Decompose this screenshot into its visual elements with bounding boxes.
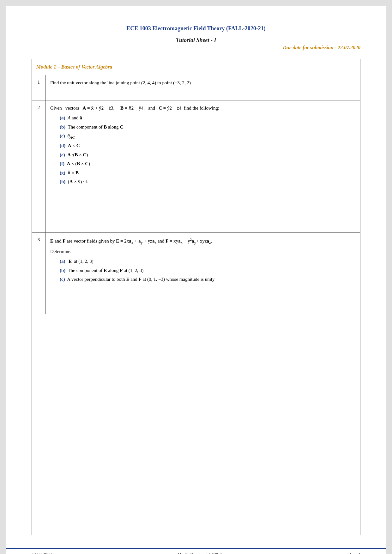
list-item: (a) A and â: [60, 114, 356, 122]
sub-label: (c): [60, 133, 65, 138]
question-number-1: 1: [32, 75, 46, 100]
question-number-3: 3: [32, 233, 46, 314]
table-row: 1 Find the unit vector along the line jo…: [32, 75, 360, 100]
page-footer: 17.07.2020 Dr. K. Shambavi, SENSE Page 1: [6, 548, 386, 554]
sub-label: (e): [60, 152, 65, 157]
list-item: (e) A ·(B × C): [60, 151, 356, 159]
sub-label: (c): [60, 277, 65, 282]
sub-text: A × C: [68, 143, 80, 148]
sub-label: (g): [60, 170, 65, 175]
tutorial-title: Tutorial Sheet - I: [32, 37, 360, 44]
sub-label: (b): [60, 124, 65, 129]
question-3-intro: E and F are vector fields given by E = 2…: [50, 237, 356, 246]
footer-date: 17.07.2020: [32, 552, 51, 554]
table-row: 3 E and F are vector fields given by E =…: [32, 233, 360, 314]
list-item: (f) A × (B × C): [60, 160, 356, 168]
sub-text: A × (B × C): [67, 161, 90, 166]
sub-text: The component of E along F at (1, 2, 3): [68, 268, 144, 273]
list-item: (d) A × C: [60, 142, 356, 150]
question-3-subitems: (a) |E| at (1, 2, 3) (b) The component o…: [60, 257, 356, 284]
course-title: ECE 1003 Electromagnetic Field Theory (F…: [32, 25, 360, 32]
sub-text: (A × ŷ) · ż: [68, 179, 87, 184]
question-3-determine: Determine:: [50, 248, 356, 256]
sub-text: x̂ × B: [68, 170, 79, 175]
page: ECE 1003 Electromagnetic Field Theory (F…: [6, 6, 386, 554]
sub-label: (h): [60, 179, 65, 184]
question-3-content: E and F are vector fields given by E = 2…: [46, 233, 360, 314]
question-2-subitems: (a) A and â (b) The component of B along…: [60, 114, 356, 186]
module-title: Module 1 – Basics of Vector Algebra: [32, 59, 360, 75]
footer-page: Page 1: [348, 552, 360, 554]
question-2-intro: Given vectors A = x̂ + ŷ2 − ż3, B = x̂2 …: [50, 104, 356, 112]
page-header: ECE 1003 Electromagnetic Field Theory (F…: [32, 25, 360, 56]
sub-text: A and â: [68, 115, 82, 120]
list-item: (b) The component of E along F at (1, 2,…: [60, 267, 356, 275]
sub-label: (b): [60, 268, 65, 273]
question-1-content: Find the unit vector along the line join…: [46, 75, 360, 100]
list-item: (c) A vector perpendicular to both E and…: [60, 275, 356, 284]
module-header-row: Module 1 – Basics of Vector Algebra: [32, 59, 360, 75]
sub-text: |E| at (1, 2, 3): [68, 259, 93, 264]
main-table: Module 1 – Basics of Vector Algebra 1 Fi…: [32, 59, 360, 535]
sub-label: (a): [60, 259, 65, 264]
due-date: Due date for submission - 22.07.2020: [32, 45, 360, 51]
sub-label: (f): [60, 161, 64, 166]
list-item: (h) (A × ŷ) · ż: [60, 178, 356, 186]
question-1-text: Find the unit vector along the line join…: [50, 79, 356, 87]
footer-author: Dr. K. Shambavi, SENSE: [178, 552, 222, 554]
sub-label: (d): [60, 143, 65, 148]
sub-label: (a): [60, 115, 65, 120]
spacer-row: [32, 314, 360, 535]
sub-text: θAC: [67, 133, 75, 138]
list-item: (g) x̂ × B: [60, 169, 356, 177]
question-2-content: Given vectors A = x̂ + ŷ2 − ż3, B = x̂2 …: [46, 100, 360, 233]
table-row: 2 Given vectors A = x̂ + ŷ2 − ż3, B = x̂…: [32, 100, 360, 233]
list-item: (a) |E| at (1, 2, 3): [60, 257, 356, 266]
list-item: (b) The component of B along C: [60, 123, 356, 131]
list-item: (c) θAC: [60, 132, 356, 141]
sub-text: A vector perpendicular to both E and F a…: [67, 277, 214, 282]
sub-text: The component of B along C: [68, 124, 123, 129]
sub-text: A ·(B × C): [67, 152, 88, 157]
question-number-2: 2: [32, 100, 46, 233]
